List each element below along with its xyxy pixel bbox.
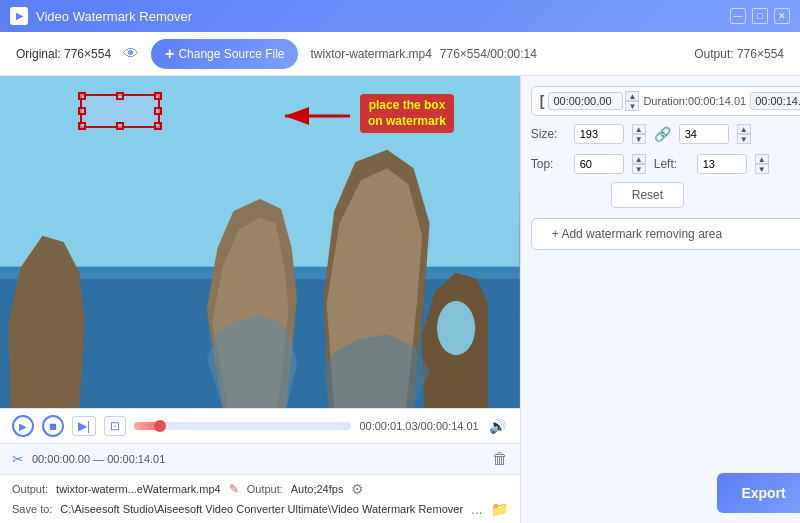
duration-label: Duration:00:00:14.01 xyxy=(643,95,746,107)
settings-gear-icon[interactable]: ⚙ xyxy=(351,481,364,497)
left-input[interactable] xyxy=(697,154,747,174)
right-panel: [ ▲ ▼ Duration:00:00:14.01 ▲ ▼ xyxy=(520,76,800,523)
delete-clip-button[interactable]: 🗑 xyxy=(492,450,508,468)
clip-time-range: 00:00:00.00 — 00:00:14.01 xyxy=(32,453,484,465)
video-section: place the box on watermark ▶ ⏹ ▶| ⊡ 00:0… xyxy=(0,76,520,523)
time-range-row: [ ▲ ▼ Duration:00:00:14.01 ▲ ▼ xyxy=(531,86,800,116)
play-button[interactable]: ▶ xyxy=(12,415,34,437)
plus-icon: + xyxy=(165,45,174,63)
app-icon: ▶ xyxy=(10,7,28,25)
resize-handle-br[interactable] xyxy=(154,122,162,130)
scissors-icon: ✂ xyxy=(12,451,24,467)
output-size-label: Output: 776×554 xyxy=(694,47,784,61)
save-to-row: Save to: C:\Aiseesoft Studio\Aiseesoft V… xyxy=(12,501,508,517)
size-height-down[interactable]: ▼ xyxy=(737,134,751,144)
window-controls: — □ ✕ xyxy=(730,8,790,24)
file-info: twixtor-watermark.mp4 776×554/00:00:14 xyxy=(310,47,536,61)
maximize-button[interactable]: □ xyxy=(752,8,768,24)
add-watermark-area-button[interactable]: + Add watermark removing area xyxy=(531,218,800,250)
file-dimensions: 776×554/00:00:14 xyxy=(440,47,537,61)
bracket-open: [ xyxy=(540,93,545,109)
toolbar-left: Original: 776×554 👁 + Change Source File… xyxy=(16,39,694,69)
open-folder-button[interactable]: 📁 xyxy=(491,501,508,517)
end-time-group: ▲ ▼ xyxy=(750,91,800,111)
edit-output-icon[interactable]: ✎ xyxy=(229,482,239,496)
top-field-label: Top: xyxy=(531,157,566,171)
reset-button[interactable]: Reset xyxy=(611,182,684,208)
top-input[interactable] xyxy=(574,154,624,174)
size-height-stepper[interactable]: ▲ ▼ xyxy=(737,124,751,144)
size-width-down[interactable]: ▼ xyxy=(632,134,646,144)
start-time-group: ▲ ▼ xyxy=(548,91,639,111)
output-settings-label: Output: xyxy=(247,483,283,495)
annotation-text: place the box on watermark xyxy=(360,94,454,133)
size-row: Size: ▲ ▼ 🔗 ▲ ▼ xyxy=(531,122,800,146)
minimize-button[interactable]: — xyxy=(730,8,746,24)
video-background: place the box on watermark xyxy=(0,76,520,408)
position-row: Top: ▲ ▼ Left: ▲ ▼ xyxy=(531,152,800,176)
more-options-button[interactable]: ... xyxy=(471,501,483,517)
output-settings: Auto;24fps xyxy=(291,483,344,495)
timeline-container[interactable] xyxy=(134,422,351,430)
resize-handle-tl[interactable] xyxy=(78,92,86,100)
top-stepper[interactable]: ▲ ▼ xyxy=(632,154,646,174)
start-time-up[interactable]: ▲ xyxy=(625,91,639,101)
link-icon: 🔗 xyxy=(654,126,671,142)
start-time-input[interactable] xyxy=(548,92,623,110)
clip-button[interactable]: ⊡ xyxy=(104,416,126,436)
size-height-up[interactable]: ▲ xyxy=(737,124,751,134)
resize-handle-tm[interactable] xyxy=(116,92,124,100)
eye-icon[interactable]: 👁 xyxy=(123,45,139,63)
output-label: Output: xyxy=(12,483,48,495)
resize-handle-mr[interactable] xyxy=(154,107,162,115)
size-width-up[interactable]: ▲ xyxy=(632,124,646,134)
toolbar: Original: 776×554 👁 + Change Source File… xyxy=(0,32,800,76)
export-button[interactable]: Export xyxy=(717,473,800,513)
bottom-bar: Output: twixtor-waterm...eWatermark.mp4 … xyxy=(0,474,520,523)
app-title: Video Watermark Remover xyxy=(36,9,192,24)
volume-button[interactable]: 🔊 xyxy=(487,416,508,436)
video-area[interactable]: place the box on watermark xyxy=(0,76,520,408)
output-file-name: twixtor-waterm...eWatermark.mp4 xyxy=(56,483,221,495)
start-time-stepper[interactable]: ▲ ▼ xyxy=(625,91,639,111)
top-down[interactable]: ▼ xyxy=(632,164,646,174)
top-up[interactable]: ▲ xyxy=(632,154,646,164)
svg-point-8 xyxy=(437,301,475,355)
size-height-input[interactable] xyxy=(679,124,729,144)
left-stepper[interactable]: ▲ ▼ xyxy=(755,154,769,174)
save-path: C:\Aiseesoft Studio\Aiseesoft Video Conv… xyxy=(60,503,463,515)
title-bar: ▶ Video Watermark Remover — □ ✕ xyxy=(0,0,800,32)
size-field-label: Size: xyxy=(531,127,566,141)
file-name: twixtor-watermark.mp4 xyxy=(310,47,431,61)
resize-handle-ml[interactable] xyxy=(78,107,86,115)
timeline-track[interactable] xyxy=(134,422,351,430)
stop-button[interactable]: ⏹ xyxy=(42,415,64,437)
main-content: place the box on watermark ▶ ⏹ ▶| ⊡ 00:0… xyxy=(0,76,800,523)
save-to-label: Save to: xyxy=(12,503,52,515)
controls-bar: ▶ ⏹ ▶| ⊡ 00:00:01.03/00:00:14.01 🔊 xyxy=(0,408,520,443)
left-down[interactable]: ▼ xyxy=(755,164,769,174)
size-width-input[interactable] xyxy=(574,124,624,144)
watermark-selection-box[interactable] xyxy=(80,94,160,128)
clip-row: ✂ 00:00:00.00 — 00:00:14.01 🗑 xyxy=(0,443,520,474)
resize-handle-bl[interactable] xyxy=(78,122,86,130)
resize-handle-tr[interactable] xyxy=(154,92,162,100)
left-field-label: Left: xyxy=(654,157,689,171)
start-time-down[interactable]: ▼ xyxy=(625,101,639,111)
change-source-label: Change Source File xyxy=(178,47,284,61)
timeline-thumb[interactable] xyxy=(154,420,166,432)
output-row: Output: twixtor-waterm...eWatermark.mp4 … xyxy=(12,481,508,497)
change-source-button[interactable]: + Change Source File xyxy=(151,39,298,69)
close-button[interactable]: ✕ xyxy=(774,8,790,24)
original-size-label: Original: 776×554 xyxy=(16,47,111,61)
left-up[interactable]: ▲ xyxy=(755,154,769,164)
panel-inner: [ ▲ ▼ Duration:00:00:14.01 ▲ ▼ xyxy=(531,86,800,513)
end-time-input[interactable] xyxy=(750,92,800,110)
annotation-arrow-svg xyxy=(275,86,365,141)
step-forward-button[interactable]: ▶| xyxy=(72,416,96,436)
time-display: 00:00:01.03/00:00:14.01 xyxy=(359,420,478,432)
size-width-stepper[interactable]: ▲ ▼ xyxy=(632,124,646,144)
resize-handle-bm[interactable] xyxy=(116,122,124,130)
